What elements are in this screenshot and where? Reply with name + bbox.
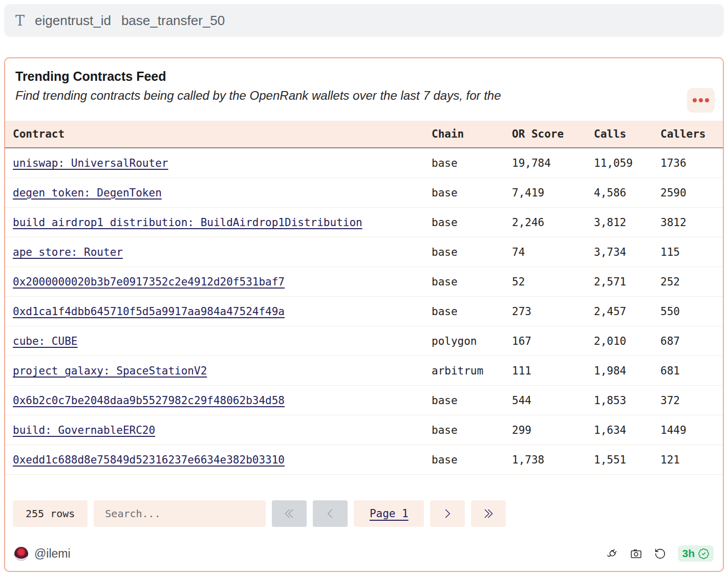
or-score-cell: 111	[512, 365, 594, 377]
table-row: project galaxy: SpaceStationV2 arbitrum …	[5, 356, 723, 386]
callers-cell: 121	[660, 454, 723, 466]
calls-cell: 4,586	[594, 187, 660, 199]
or-score-cell: 544	[512, 394, 594, 407]
meta-actions: 3h	[606, 545, 714, 562]
chevron-right-icon	[441, 507, 454, 520]
page-subtitle: Find trending contracts being called by …	[15, 87, 686, 103]
callers-cell: 3812	[660, 216, 723, 229]
next-page-button[interactable]	[430, 500, 465, 527]
chain-cell: base	[432, 454, 512, 466]
search-input[interactable]	[94, 500, 266, 527]
or-score-cell: 2,246	[512, 216, 594, 229]
plug-icon	[606, 547, 618, 560]
contract-link[interactable]: 0xedd1c688d8e75849d52316237e6634e382b033…	[13, 454, 285, 466]
calls-cell: 1,984	[594, 365, 660, 377]
chain-cell: base	[432, 216, 512, 229]
table-row: uniswap: UniversalRouter base 19,784 11,…	[5, 148, 723, 178]
table-row: degen token: DegenToken base 7,419 4,586…	[5, 178, 723, 208]
contract-link[interactable]: uniswap: UniversalRouter	[13, 157, 168, 169]
contract-link[interactable]: 0x2000000020b3b7e0917352c2e4912d20f531ba…	[13, 276, 285, 288]
column-header-calls: Calls	[594, 128, 660, 140]
or-score-cell: 52	[512, 276, 594, 288]
contract-link[interactable]: degen token: DegenToken	[13, 187, 162, 199]
previous-page-button[interactable]	[313, 500, 348, 527]
chain-cell: base	[432, 187, 512, 199]
calls-cell: 3,734	[594, 246, 660, 258]
calls-cell: 1,634	[594, 424, 660, 436]
last-run-badge[interactable]: 3h	[678, 545, 714, 562]
chain-cell: base	[432, 305, 512, 318]
more-options-button[interactable]	[687, 88, 715, 113]
screenshot-button[interactable]	[630, 547, 643, 560]
camera-icon	[630, 547, 643, 560]
first-page-button[interactable]	[272, 500, 307, 527]
calls-cell: 1,853	[594, 394, 660, 407]
chain-cell: base	[432, 157, 512, 169]
chain-cell: base	[432, 424, 512, 436]
current-page-button[interactable]: Page 1	[354, 500, 424, 527]
plug-button[interactable]	[606, 547, 618, 560]
callers-cell: 550	[660, 305, 723, 318]
callers-cell: 687	[660, 335, 723, 347]
contract-link[interactable]: ape store: Router	[13, 246, 123, 258]
ellipsis-menu-icon	[693, 98, 697, 102]
table-row: 0x2000000020b3b7e0917352c2e4912d20f531ba…	[5, 267, 723, 297]
column-header-callers: Callers	[660, 128, 723, 140]
last-run-time: 3h	[682, 547, 695, 560]
chevrons-left-icon	[283, 507, 296, 520]
or-score-cell: 19,784	[512, 157, 594, 169]
chevron-left-icon	[324, 507, 337, 520]
meta-bar: @ilemi	[5, 542, 723, 565]
table-row: build airdrop1 distribution: BuildAirdro…	[5, 208, 723, 237]
calls-cell: 3,812	[594, 216, 660, 229]
callers-cell: 2590	[660, 187, 723, 199]
verified-check-icon	[698, 548, 710, 560]
table-row: 0xd1ca1f4dbb645710f5d5a9917aa984a47524f4…	[5, 297, 723, 326]
or-score-cell: 299	[512, 424, 594, 436]
table-row: ape store: Router base 74 3,734 115	[5, 237, 723, 267]
chain-cell: polygon	[432, 335, 512, 347]
chain-cell: base	[432, 276, 512, 288]
callers-cell: 115	[660, 246, 723, 258]
callers-cell: 372	[660, 394, 723, 407]
or-score-cell: 74	[512, 246, 594, 258]
table-body: uniswap: UniversalRouter base 19,784 11,…	[5, 148, 723, 475]
chain-cell: arbitrum	[432, 365, 512, 377]
chain-cell: base	[432, 394, 512, 407]
or-score-cell: 273	[512, 305, 594, 318]
contract-link[interactable]: project galaxy: SpaceStationV2	[13, 365, 207, 377]
param-field-name: eigentrust_id	[35, 13, 111, 29]
table-footer: 255 rows Page 1	[13, 500, 723, 527]
or-score-cell: 7,419	[512, 187, 594, 199]
undo-icon	[654, 547, 667, 560]
callers-cell: 1736	[660, 157, 723, 169]
query-params-bar[interactable]: T eigentrust_id base_transfer_50	[4, 4, 724, 37]
or-score-cell: 167	[512, 335, 594, 347]
chain-cell: base	[432, 246, 512, 258]
row-count-badge: 255 rows	[13, 500, 88, 527]
contract-link[interactable]: cube: CUBE	[13, 335, 77, 347]
callers-cell: 681	[660, 365, 723, 377]
table-row: build: GovernableERC20 base 299 1,634 14…	[5, 415, 723, 445]
refresh-button[interactable]	[654, 547, 667, 560]
or-score-cell: 1,738	[512, 454, 594, 466]
trending-contracts-card: Trending Contracts Feed Find trending co…	[4, 57, 724, 572]
calls-cell: 2,010	[594, 335, 660, 347]
page-title: Trending Contracts Feed	[15, 69, 713, 84]
column-header-or-score: OR Score	[512, 128, 594, 140]
param-field-value: base_transfer_50	[121, 13, 225, 29]
calls-cell: 2,571	[594, 276, 660, 288]
table-row: 0x6b2c0c7be2048daa9b5527982c29f48062b34d…	[5, 386, 723, 415]
column-header-contract: Contract	[13, 128, 432, 140]
calls-cell: 1,551	[594, 454, 660, 466]
table-row: cube: CUBE polygon 167 2,010 687	[5, 326, 723, 356]
contract-link[interactable]: 0xd1ca1f4dbb645710f5d5a9917aa984a47524f4…	[13, 305, 285, 318]
last-page-button[interactable]	[471, 500, 506, 527]
column-header-chain: Chain	[432, 128, 512, 140]
contract-link[interactable]: build: GovernableERC20	[13, 424, 155, 436]
table-header-row: Contract Chain OR Score Calls Callers	[5, 121, 723, 148]
contract-link[interactable]: build airdrop1 distribution: BuildAirdro…	[13, 216, 362, 229]
avatar[interactable]	[14, 547, 28, 561]
chevrons-right-icon	[482, 507, 495, 520]
contract-link[interactable]: 0x6b2c0c7be2048daa9b5527982c29f48062b34d…	[13, 394, 285, 407]
